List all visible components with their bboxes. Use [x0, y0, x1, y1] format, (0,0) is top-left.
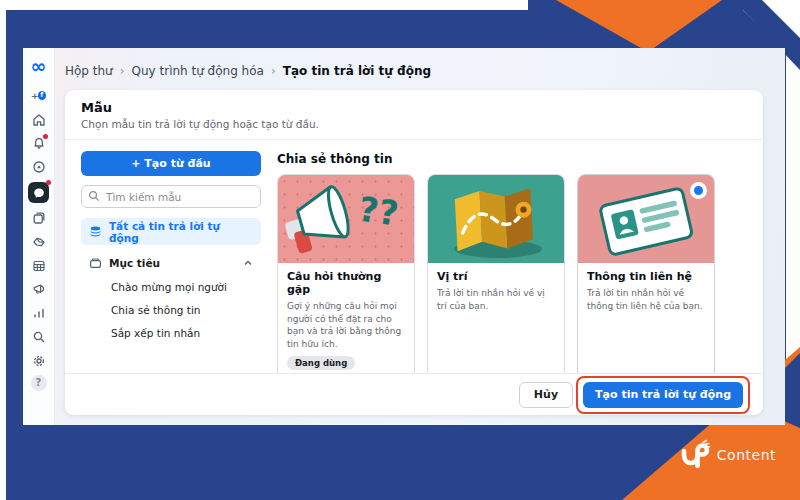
- chevron-up-icon: [243, 258, 253, 268]
- template-card-faq[interactable]: ?? Câu hỏi thường gặp Gợi ý những câu hỏ…: [277, 174, 415, 373]
- meta-logo[interactable]: ∞: [31, 58, 47, 75]
- modal-subtitle: Chọn mẫu tin trả lời tự động hoặc tạo từ…: [81, 118, 747, 130]
- insights-icon[interactable]: [31, 306, 46, 321]
- nav-group-goal[interactable]: Mục tiêu: [81, 250, 261, 276]
- breadcrumb-inbox[interactable]: Hộp thư: [65, 64, 113, 78]
- nav-group-label: Mục tiêu: [109, 257, 160, 269]
- card-description: Trả lời tin nhắn hỏi về thông tin liên h…: [587, 287, 705, 312]
- modal-title: Mẫu: [81, 100, 747, 115]
- help-icon[interactable]: ?: [31, 375, 47, 391]
- chevron-right-icon: ›: [271, 64, 276, 78]
- selected-radio-icon[interactable]: [690, 182, 707, 199]
- template-search-input[interactable]: [81, 185, 261, 208]
- template-picker-modal: Mẫu Chọn mẫu tin trả lời tự động hoặc tạ…: [65, 90, 763, 415]
- breadcrumb-automations[interactable]: Quy trình tự động hóa: [132, 64, 264, 78]
- template-gallery: Chia sẻ thông tin: [277, 151, 747, 373]
- ads-icon[interactable]: [31, 282, 46, 297]
- card-title: Vị trí: [437, 270, 555, 283]
- nav-sub-list: Chào mừng mọi người Chia sẻ thông tin Sắ…: [81, 276, 261, 345]
- commerce-icon[interactable]: [31, 234, 46, 249]
- template-card-contact-info[interactable]: Thông tin liên hệ Trả lời tin nhắn hỏi v…: [577, 174, 715, 373]
- card-title: Câu hỏi thường gặp: [287, 270, 405, 296]
- card-title: Thông tin liên hệ: [587, 270, 705, 283]
- breadcrumb: Hộp thư › Quy trình tự động hóa › Tạo ti…: [65, 59, 431, 83]
- planner-icon[interactable]: [31, 258, 46, 273]
- nav-item-all-templates[interactable]: Tất cả tin trả lời tự động: [81, 218, 261, 245]
- card-description: Trả lời tin nhắn hỏi về vị trí của bạn.: [437, 287, 555, 312]
- nav-item-label: Tất cả tin trả lời tự động: [109, 220, 253, 244]
- home-icon[interactable]: [31, 112, 46, 127]
- section-title: Chia sẻ thông tin: [277, 152, 747, 166]
- search-icon[interactable]: [31, 329, 46, 344]
- settings-gear-icon[interactable]: [31, 353, 46, 368]
- folder-icon: [89, 257, 102, 270]
- posts-icon[interactable]: [31, 211, 46, 226]
- search-icon: [88, 190, 100, 202]
- template-search: [81, 185, 261, 208]
- ads-center-icon[interactable]: [31, 160, 46, 175]
- template-card-location[interactable]: Vị trí Trả lời tin nhắn hỏi về vị trí củ…: [427, 174, 565, 373]
- location-illustration: [428, 175, 564, 263]
- inbox-icon-selected[interactable]: [28, 182, 49, 203]
- modal-footer: Hủy Tạo tin trả lời tự động: [65, 373, 763, 415]
- in-use-badge: Đang dùng: [287, 356, 355, 370]
- nav-item-share-info[interactable]: Chia sẻ thông tin: [111, 299, 261, 322]
- card-description: Gợi ý những câu hỏi mọi người có thể đặt…: [287, 300, 405, 350]
- modal-header: Mẫu Chọn mẫu tin trả lời tự động hoặc tạ…: [65, 90, 763, 140]
- svg-text:??: ??: [356, 188, 401, 233]
- template-nav-column: + Tạo từ đầu Tất cả tin trả lời tự động …: [81, 151, 261, 373]
- app-sidebar: ∞ +f: [23, 48, 55, 425]
- watermark-label: Content: [717, 447, 776, 463]
- chevron-right-icon: ›: [120, 64, 125, 78]
- create-automation-button[interactable]: Tạo tin trả lời tự động: [583, 382, 743, 408]
- contact-illustration: [578, 175, 714, 263]
- meta-business-suite-window: ∞ +f: [23, 48, 785, 425]
- faq-illustration: ??: [278, 175, 414, 263]
- up-content-logo: [677, 438, 711, 472]
- create-from-scratch-button[interactable]: + Tạo từ đầu: [81, 151, 261, 176]
- breadcrumb-current: Tạo tin trả lời tự động: [283, 64, 431, 78]
- nav-item-greet[interactable]: Chào mừng mọi người: [111, 276, 261, 299]
- add-page-icon[interactable]: +f: [31, 88, 46, 103]
- nav-item-organize[interactable]: Sắp xếp tin nhắn: [111, 322, 261, 345]
- cancel-button[interactable]: Hủy: [519, 382, 573, 408]
- up-content-watermark: Content: [677, 438, 776, 472]
- layers-icon: [89, 225, 102, 238]
- notifications-icon[interactable]: [31, 136, 46, 151]
